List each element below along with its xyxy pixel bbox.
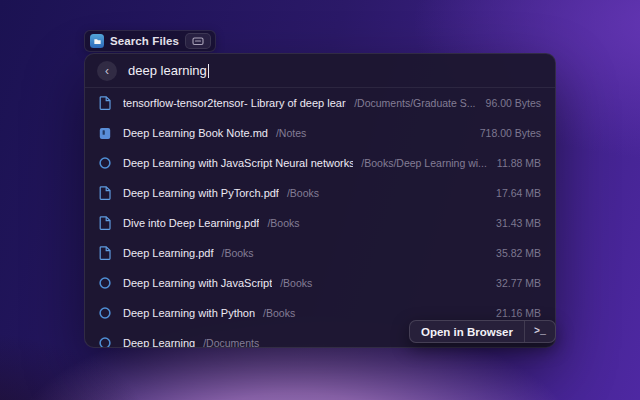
terminal-prompt-icon: >_ xyxy=(524,321,555,342)
launcher-badge-label: Search Files xyxy=(110,35,179,47)
file-result-row[interactable]: Dive into Deep Learning.pdf /Books 31.43… xyxy=(85,208,555,238)
file-path: /Notes xyxy=(276,127,306,139)
file-title: Deep Learning with Python xyxy=(123,307,255,319)
file-size: 17.64 MB xyxy=(486,187,541,199)
file-title: Deep Learning xyxy=(123,337,195,347)
document-icon xyxy=(99,246,114,260)
back-button[interactable]: ‹ xyxy=(97,61,117,81)
file-drawer-button[interactable] xyxy=(185,33,211,49)
file-title: Deep Learning with JavaScript Neural net… xyxy=(123,157,353,169)
file-path: /Books xyxy=(287,187,319,199)
file-path: /Books xyxy=(263,307,295,319)
file-size: 718.00 Bytes xyxy=(470,127,541,139)
launcher-badge[interactable]: Search Files xyxy=(84,30,216,52)
file-result-row[interactable]: Deep Learning.pdf /Books 35.82 MB xyxy=(85,238,555,268)
chevron-left-icon: ‹ xyxy=(105,65,109,77)
file-result-row[interactable]: Deep Learning with JavaScript /Books 32.… xyxy=(85,268,555,298)
file-result-row[interactable]: Deep Learning with PyTorch.pdf /Books 17… xyxy=(85,178,555,208)
file-drawer-icon xyxy=(192,36,204,46)
results-list: tensorflow-tensor2tensor- Library of dee… xyxy=(85,88,555,347)
markdown-file-icon xyxy=(99,127,114,140)
file-size: 21.16 MB xyxy=(486,307,541,319)
desktop-background: { "launcher_badge": { "label": "Search F… xyxy=(0,0,640,400)
file-title: tensorflow-tensor2tensor- Library of dee… xyxy=(123,97,346,109)
file-size: 11.88 MB xyxy=(487,157,541,169)
file-path: /Books xyxy=(280,277,312,289)
file-title: Deep Learning with JavaScript xyxy=(123,277,272,289)
file-size: 35.82 MB xyxy=(486,247,541,259)
search-panel: ‹ deep learning tensorflow-tensor2tensor… xyxy=(84,53,556,348)
file-size: 32.77 MB xyxy=(486,277,541,289)
file-result-row[interactable]: Deep Learning with JavaScript Neural net… xyxy=(85,148,555,178)
file-title: Dive into Deep Learning.pdf xyxy=(123,217,259,229)
file-size: 96.00 Bytes xyxy=(476,97,541,109)
search-input[interactable]: deep learning xyxy=(128,63,207,78)
circle-icon xyxy=(99,307,114,319)
file-title: Deep Learning with PyTorch.pdf xyxy=(123,187,279,199)
circle-icon xyxy=(99,157,114,169)
file-path: /Books xyxy=(222,247,254,259)
open-in-browser-button[interactable]: Open in Browser >_ xyxy=(409,320,556,343)
file-path: /Books xyxy=(267,217,299,229)
circle-icon xyxy=(99,277,114,289)
file-path: /Documents/Graduate S... xyxy=(354,97,475,109)
open-in-browser-label: Open in Browser xyxy=(410,321,524,342)
file-size: 31.43 MB xyxy=(486,217,541,229)
document-icon xyxy=(99,96,114,110)
file-title: Deep Learning.pdf xyxy=(123,247,214,259)
file-path: /Books/Deep Learning wi... xyxy=(361,157,487,169)
search-bar[interactable]: ‹ deep learning xyxy=(85,54,555,88)
search-files-app-icon xyxy=(90,34,104,48)
text-caret xyxy=(208,64,210,78)
document-icon xyxy=(99,186,114,200)
document-icon xyxy=(99,216,114,230)
file-path: /Documents xyxy=(203,337,259,347)
file-result-row[interactable]: Deep Learning Book Note.md /Notes 718.00… xyxy=(85,118,555,148)
file-result-row[interactable]: tensorflow-tensor2tensor- Library of dee… xyxy=(85,88,555,118)
file-title: Deep Learning Book Note.md xyxy=(123,127,268,139)
circle-icon xyxy=(99,337,114,347)
